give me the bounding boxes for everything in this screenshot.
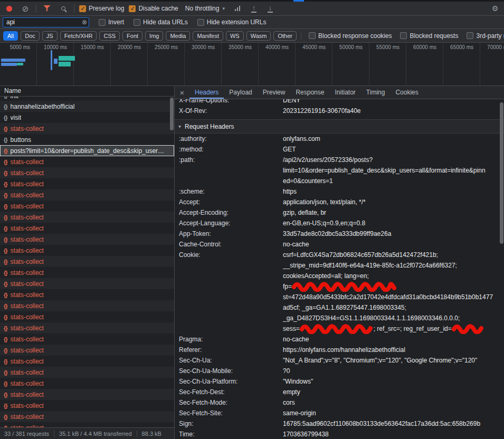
- settings-button[interactable]: ⚙: [489, 3, 501, 14]
- type-filter-js[interactable]: JS: [42, 31, 58, 41]
- request-row[interactable]: {}stats-collect: [0, 389, 174, 400]
- request-row[interactable]: {}stats-collect: [0, 300, 174, 311]
- request-list-scrollbar[interactable]: [169, 97, 174, 427]
- request-row[interactable]: {}stats-collect: [0, 378, 174, 389]
- type-filter-all[interactable]: All: [3, 31, 18, 41]
- request-row[interactable]: {}stats-collect: [0, 267, 174, 278]
- request-row[interactable]: {}stats-collect: [0, 178, 174, 189]
- request-row[interactable]: {}stats-collect: [0, 400, 174, 411]
- devtools-network-panel: ⊘ Preserve log Disable cache No throttli…: [0, 0, 504, 439]
- hide-extension-urls-checkbox[interactable]: Hide extension URLs: [197, 18, 267, 26]
- disable-cache-checkbox[interactable]: Disable cache: [129, 5, 178, 12]
- request-row[interactable]: {}stats-collect: [0, 367, 174, 378]
- request-row[interactable]: {}hannahelizabethofficial: [0, 101, 174, 112]
- network-filter-input[interactable]: [3, 17, 89, 27]
- request-row[interactable]: {}stats-collect: [0, 189, 174, 201]
- preserve-log-checkbox-box[interactable]: [79, 5, 86, 12]
- type-filter-css[interactable]: CSS: [99, 31, 120, 41]
- hide-data-urls-checkbox[interactable]: Hide data URLs: [134, 18, 188, 26]
- type-filter-wasm[interactable]: Wasm: [246, 31, 271, 41]
- blocked-response-cookies-checkbox[interactable]: Blocked response cookies: [309, 32, 392, 40]
- export-har-button[interactable]: ↓: [264, 3, 276, 14]
- header-value: no-cache: [283, 334, 504, 345]
- request-row[interactable]: {}stats-collect: [0, 422, 174, 427]
- header-value-line: sess=; ref_src=; reg_ref_user_id=: [283, 323, 501, 334]
- details-tab-timing[interactable]: Timing: [361, 86, 391, 99]
- json-braces-icon: {}: [4, 414, 7, 420]
- details-tab-headers[interactable]: Headers: [189, 86, 224, 99]
- json-braces-icon: {}: [4, 292, 7, 298]
- type-filter-img[interactable]: Img: [145, 31, 163, 41]
- type-filter-manifest[interactable]: Manifest: [193, 31, 223, 41]
- blocked-requests-checkbox[interactable]: Blocked requests: [400, 32, 458, 40]
- details-scrollbar[interactable]: [499, 99, 504, 439]
- header-row: Accept-Encoding:gzip, deflate, br: [175, 207, 504, 218]
- details-tab-response[interactable]: Response: [290, 86, 329, 99]
- hide-extension-urls-checkbox-box[interactable]: [197, 19, 204, 26]
- preserve-log-checkbox[interactable]: Preserve log: [79, 5, 124, 12]
- request-row[interactable]: {}stats-collect: [0, 278, 174, 289]
- details-scrollbar-thumb[interactable]: [500, 102, 503, 244]
- json-braces-icon: {}: [4, 170, 7, 176]
- filter-toggle-button[interactable]: [41, 3, 53, 14]
- timeline-overview[interactable]: 5000 ms10000 ms15000 ms20000 ms25000 ms3…: [0, 43, 504, 86]
- request-headers-section[interactable]: ▾ Request Headers: [175, 119, 504, 133]
- details-tab-preview[interactable]: Preview: [258, 86, 291, 99]
- request-row[interactable]: {}stats-collect: [0, 356, 174, 367]
- request-row[interactable]: {}init: [0, 97, 174, 101]
- request-row[interactable]: {}stats-collect: [0, 201, 174, 212]
- 3rd-party-requests-checkbox[interactable]: 3rd-party requests: [467, 32, 504, 40]
- blocked-requests-checkbox-box[interactable]: [400, 32, 407, 39]
- request-row[interactable]: {}buttons: [0, 134, 174, 145]
- clear-filter-input-icon[interactable]: ⊗: [82, 18, 87, 26]
- request-row[interactable]: {}posts?limit=10&order=publish_date_desc…: [0, 145, 174, 156]
- request-row[interactable]: {}stats-collect: [0, 245, 174, 256]
- request-row[interactable]: {}stats-collect: [0, 156, 174, 167]
- type-filter-ws[interactable]: WS: [226, 31, 244, 41]
- 3rd-party-requests-checkbox-box[interactable]: [467, 32, 473, 39]
- request-row[interactable]: {}stats-collect: [0, 123, 174, 134]
- clear-network-log-button[interactable]: ⊘: [20, 3, 31, 14]
- header-value-text: https: [283, 188, 297, 195]
- hide-data-urls-checkbox-box[interactable]: [134, 19, 140, 26]
- type-filter-doc[interactable]: Doc: [21, 31, 40, 41]
- type-filter-fetch-xhr[interactable]: Fetch/XHR: [60, 31, 97, 41]
- blocked-response-cookies-checkbox-box[interactable]: [309, 32, 316, 39]
- type-filter-font[interactable]: Font: [122, 31, 142, 41]
- request-row[interactable]: {}stats-collect: [0, 333, 174, 345]
- timeline-tick-label: 15000 ms: [74, 43, 110, 50]
- details-tab-initiator[interactable]: Initiator: [329, 86, 360, 99]
- request-row[interactable]: {}stats-collect: [0, 167, 174, 178]
- request-row[interactable]: {}stats-collect: [0, 212, 174, 223]
- invert-checkbox-box[interactable]: [99, 19, 106, 26]
- request-row[interactable]: {}stats-collect: [0, 234, 174, 245]
- request-row[interactable]: {}stats-collect: [0, 345, 174, 356]
- request-row[interactable]: {}stats-collect: [0, 289, 174, 300]
- request-name: stats-collect: [11, 325, 44, 332]
- request-row[interactable]: {}stats-collect: [0, 322, 174, 333]
- request-list-scrollbar-thumb[interactable]: [170, 98, 174, 130]
- close-details-button[interactable]: ×: [175, 86, 189, 99]
- header-value-line: st=472d48a90d5433bfc2a2d17042e4dfdcafd31…: [283, 292, 501, 302]
- details-tab-cookies[interactable]: Cookies: [390, 86, 423, 99]
- request-name: stats-collect: [11, 347, 44, 354]
- header-value: https://onlyfans.com/hannahelizabethoffi…: [283, 345, 504, 355]
- request-row[interactable]: {}stats-collect: [0, 223, 174, 234]
- header-name: :authority:: [179, 133, 283, 144]
- search-button[interactable]: [58, 3, 69, 14]
- request-row[interactable]: {}visit: [0, 112, 174, 123]
- request-row[interactable]: {}stats-collect: [0, 256, 174, 267]
- record-button[interactable]: [3, 3, 15, 14]
- throttling-dropdown[interactable]: No throttling ▾: [183, 5, 227, 12]
- name-column-header[interactable]: Name: [0, 86, 174, 97]
- request-row[interactable]: {}stats-collect: [0, 311, 174, 322]
- import-har-button[interactable]: ↑: [248, 3, 260, 14]
- network-conditions-button[interactable]: [232, 3, 243, 14]
- type-filter-other[interactable]: Other: [273, 31, 297, 41]
- request-row[interactable]: {}stats-collect: [0, 411, 174, 422]
- disable-cache-checkbox-box[interactable]: [129, 5, 136, 12]
- type-filter-media[interactable]: Media: [166, 31, 190, 41]
- details-tab-payload[interactable]: Payload: [224, 86, 257, 99]
- invert-checkbox[interactable]: Invert: [99, 18, 124, 26]
- resource-type-filters: AllDocJSFetch/XHRCSSFontImgMediaManifest…: [3, 31, 297, 41]
